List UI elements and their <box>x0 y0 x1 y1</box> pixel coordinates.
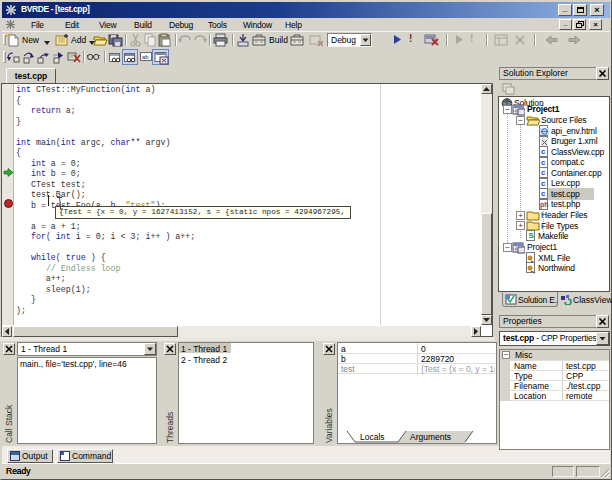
svg-text:ab: ab <box>142 54 149 60</box>
